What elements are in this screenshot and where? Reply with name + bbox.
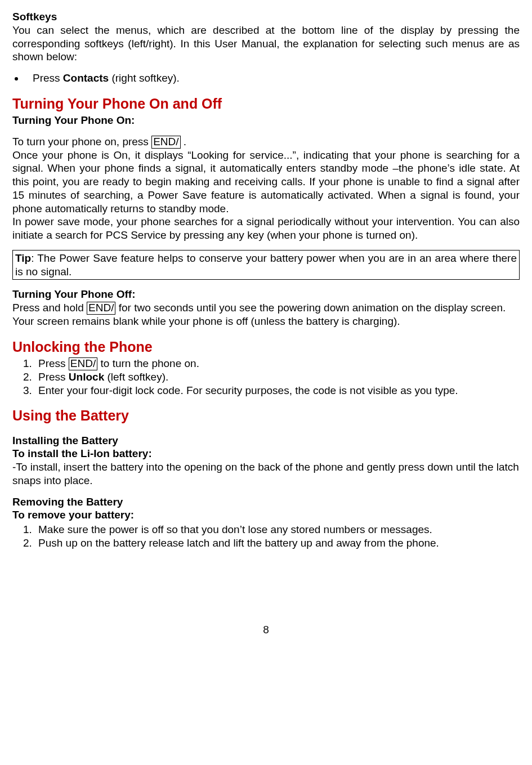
turning-on-p3: In power save mode, your phone searches … — [12, 215, 520, 242]
remove-step-2: Push up on the battery release latch and… — [35, 536, 520, 550]
install-battery-paragraph: -To install, insert the battery into the… — [12, 460, 520, 487]
install-battery-sub1: Installing the Battery — [12, 434, 520, 448]
softkeys-heading: Softkeys — [12, 10, 520, 24]
unlock-step-2: Press Unlock (left softkey). — [35, 370, 520, 384]
text: Press — [38, 371, 69, 383]
unlock-step-3: Enter your four-digit lock code. For sec… — [35, 384, 520, 397]
end-key: END/ — [69, 357, 97, 370]
text: Press — [33, 72, 63, 84]
remove-battery-sub2: To remove your battery: — [12, 508, 520, 522]
text: (right softkey). — [109, 72, 180, 84]
unlock-label: Unlock — [69, 371, 104, 383]
turning-on-p1: To turn your phone on, press END/ . — [12, 135, 520, 149]
softkeys-paragraph: You can select the menus, which are desc… — [12, 24, 520, 64]
contacts-label: Contacts — [63, 72, 109, 84]
page-number: 8 — [12, 623, 520, 637]
tip-box: Tip: The Power Save feature helps to con… — [12, 250, 520, 280]
end-key: END/ — [151, 136, 180, 149]
remove-battery-sub1: Removing the Battery — [12, 495, 520, 509]
text: to turn the phone on. — [97, 357, 199, 369]
text: To turn your phone on, press — [12, 136, 151, 147]
unlock-step-1: Press END/ to turn the phone on. — [35, 357, 520, 370]
softkeys-bullet: Press Contacts (right softkey). — [25, 71, 520, 85]
install-battery-sub2: To install the Li-Ion battery: — [12, 447, 520, 460]
unlocking-heading: Unlocking the Phone — [12, 338, 520, 356]
turning-on-subhead: Turning Your Phone On: — [12, 114, 520, 127]
turning-on-p2: Once your phone is On, it displays “Look… — [12, 149, 520, 216]
turning-heading: Turning Your Phone On and Off — [12, 95, 520, 113]
remove-step-1: Make sure the power is off so that you d… — [35, 523, 520, 536]
turning-off-p1: Press and hold END/ for two seconds unti… — [12, 301, 520, 328]
tip-body: : The Power Save feature helps to conser… — [15, 252, 517, 278]
end-key: END/ — [87, 302, 115, 315]
text: Press and hold — [12, 302, 87, 314]
text: Press — [38, 357, 69, 369]
turning-off-subhead: Turning Your Phone Off: — [12, 288, 520, 301]
battery-heading: Using the Battery — [12, 407, 520, 424]
text: (left softkey). — [104, 371, 168, 383]
tip-label: Tip — [15, 252, 31, 264]
text: . — [181, 136, 187, 147]
